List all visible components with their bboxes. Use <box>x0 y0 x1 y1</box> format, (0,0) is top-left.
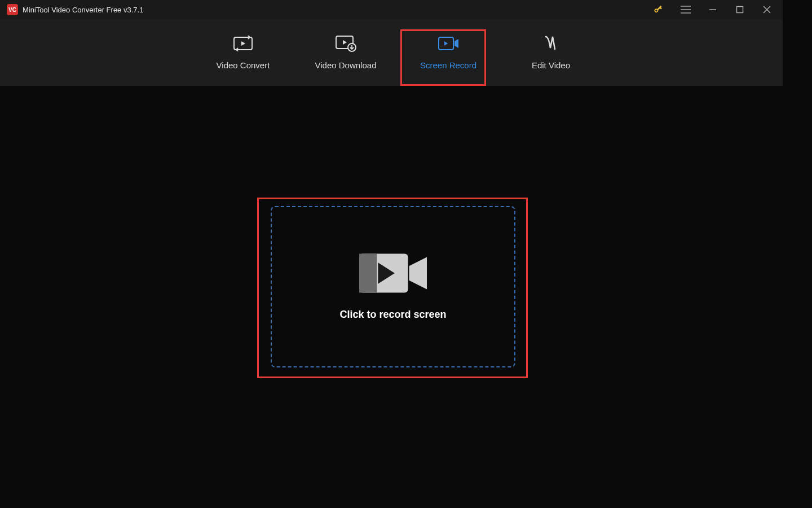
hamburger-menu-icon[interactable] <box>680 4 691 15</box>
main-content: Click to record screen <box>0 86 783 490</box>
record-drop-zone[interactable]: Click to record screen <box>271 206 515 367</box>
convert-icon <box>232 36 254 51</box>
maximize-button[interactable] <box>734 4 745 15</box>
camera-icon <box>359 253 427 294</box>
svg-rect-6 <box>359 253 377 292</box>
key-icon[interactable] <box>653 4 664 15</box>
titlebar: VC MiniTool Video Converter Free v3.7.1 <box>0 0 783 19</box>
nav-label: Video Download <box>315 60 377 70</box>
app-window: VC MiniTool Video Converter Free v3.7.1 <box>0 0 783 490</box>
svg-rect-0 <box>737 7 743 13</box>
record-icon <box>437 36 460 51</box>
close-button[interactable] <box>761 4 773 15</box>
record-prompt-text: Click to record screen <box>339 309 446 321</box>
nav-label: Screen Record <box>420 60 476 70</box>
minimize-button[interactable] <box>707 4 718 15</box>
edit-icon <box>540 36 562 51</box>
nav-video-download[interactable]: Video Download <box>294 19 397 86</box>
app-title: MiniTool Video Converter Free v3.7.1 <box>23 6 143 14</box>
nav-video-convert[interactable]: Video Convert <box>192 19 294 86</box>
nav-label: Edit Video <box>532 60 570 70</box>
app-logo-icon: VC <box>7 4 18 15</box>
nav-screen-record[interactable]: Screen Record <box>397 19 500 86</box>
main-nav: Video Convert Video Download <box>0 19 783 86</box>
nav-edit-video[interactable]: Edit Video <box>500 19 602 86</box>
nav-label: Video Convert <box>217 60 270 70</box>
download-icon <box>334 36 357 51</box>
titlebar-controls <box>653 4 776 15</box>
